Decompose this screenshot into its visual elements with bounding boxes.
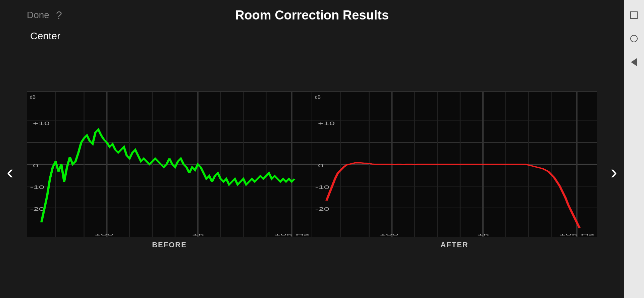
done-button[interactable]: Done bbox=[27, 10, 49, 20]
before-label: BEFORE bbox=[27, 237, 312, 253]
before-chart-container: dB bbox=[27, 91, 312, 253]
sidebar-back-icon[interactable] bbox=[629, 57, 639, 67]
before-curve bbox=[27, 92, 312, 237]
before-chart-wrapper: dB bbox=[27, 91, 312, 237]
svg-text:100: 100 bbox=[380, 233, 399, 236]
next-button[interactable]: › bbox=[610, 160, 617, 183]
circle-icon bbox=[630, 35, 638, 42]
header: Done ? Room Correction Results bbox=[27, 0, 597, 30]
sidebar bbox=[624, 0, 644, 298]
after-curve bbox=[312, 92, 597, 237]
help-button[interactable]: ? bbox=[56, 9, 62, 22]
after-chart-wrapper: dB bbox=[312, 91, 597, 237]
svg-text:1k: 1k bbox=[477, 233, 489, 236]
sidebar-circle-icon[interactable] bbox=[629, 34, 639, 44]
svg-text:10k Hz: 10k Hz bbox=[559, 233, 595, 236]
after-x-labels: 100 1k 10k Hz bbox=[312, 230, 597, 236]
page-title: Room Correction Results bbox=[235, 8, 389, 23]
before-x-labels: 100 1k 10k Hz bbox=[27, 230, 312, 236]
after-chart-container: dB bbox=[312, 91, 597, 253]
back-icon bbox=[631, 58, 637, 66]
svg-text:10k Hz: 10k Hz bbox=[274, 233, 310, 236]
square-icon bbox=[630, 11, 638, 19]
prev-button[interactable]: ‹ bbox=[7, 160, 13, 183]
svg-text:100: 100 bbox=[95, 233, 114, 236]
after-label: AFTER bbox=[312, 237, 597, 253]
sidebar-square-icon[interactable] bbox=[629, 10, 639, 20]
section-label: Center bbox=[27, 30, 597, 42]
charts-row: ‹ dB bbox=[27, 46, 597, 298]
main-content: Done ? Room Correction Results Center ‹ … bbox=[0, 0, 624, 298]
svg-text:1k: 1k bbox=[192, 233, 204, 236]
